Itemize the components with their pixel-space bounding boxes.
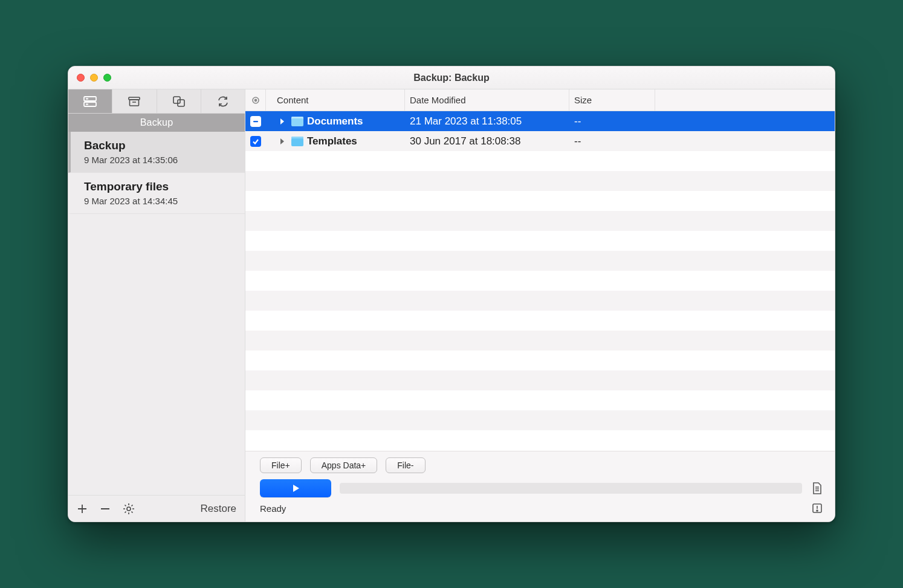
archive-icon (128, 96, 141, 107)
main-panel: Content Date Modified Size (245, 89, 835, 522)
column-check[interactable] (245, 89, 266, 111)
table-row[interactable]: Documents 21 Mar 2023 at 11:38:05 -- (245, 111, 835, 131)
table-header: Content Date Modified Size (245, 89, 835, 111)
table-row-empty (245, 171, 835, 191)
row-checkbox[interactable] (250, 116, 261, 127)
disclosure-icon[interactable] (279, 118, 288, 125)
sidebar-item-backup[interactable]: Backup 9 Mar 2023 at 14:35:06 (68, 132, 245, 173)
sidebar-list: Backup 9 Mar 2023 at 14:35:06 Temporary … (68, 132, 245, 495)
folder-icon (291, 137, 303, 146)
column-content[interactable]: Content (266, 89, 405, 111)
table-row-empty (245, 211, 835, 231)
table-row-empty (245, 410, 835, 430)
svg-point-12 (127, 507, 131, 511)
sidebar-footer: Restore (68, 495, 245, 522)
sync-icon (216, 95, 230, 108)
sidebar-tab-clone[interactable] (157, 89, 201, 113)
row-date: 21 Mar 2023 at 11:38:05 (405, 111, 569, 131)
backup-set-icon (83, 96, 97, 107)
add-button[interactable] (77, 503, 88, 514)
folder-icon (291, 117, 303, 126)
svg-point-21 (817, 510, 818, 511)
progress-bar (340, 483, 802, 494)
table-row-empty (245, 331, 835, 351)
svg-point-14 (254, 99, 256, 101)
action-buttons: File+ Apps Data+ File- (260, 457, 824, 473)
row-date: 30 Jun 2017 at 18:08:38 (405, 131, 569, 151)
table-row-empty (245, 311, 835, 331)
run-button[interactable] (260, 479, 331, 497)
column-extra (655, 89, 835, 111)
sidebar-tab-archive[interactable] (112, 89, 157, 113)
sidebar-tab-backup[interactable] (68, 89, 112, 113)
table-row[interactable]: Templates 30 Jun 2017 at 18:08:38 -- (245, 131, 835, 151)
row-checkbox[interactable] (250, 136, 261, 147)
table-row-empty (245, 151, 835, 171)
table-row-empty (245, 370, 835, 390)
file-add-button[interactable]: File+ (260, 457, 302, 473)
disclosure-icon[interactable] (279, 138, 288, 145)
restore-button[interactable]: Restore (200, 503, 236, 515)
sidebar-tabs (68, 89, 245, 114)
table-row-empty (245, 231, 835, 251)
sidebar-item-date: 9 Mar 2023 at 14:34:45 (84, 196, 234, 206)
column-size[interactable]: Size (569, 89, 655, 111)
log-button[interactable] (811, 481, 824, 496)
sidebar-item-date: 9 Mar 2023 at 14:35:06 (84, 155, 234, 165)
table-row-empty (245, 291, 835, 311)
clone-icon (172, 95, 186, 108)
settings-button[interactable] (123, 503, 135, 515)
sidebar: Backup Backup 9 Mar 2023 at 14:35:06 Tem… (68, 89, 245, 522)
row-size: -- (569, 131, 655, 151)
table-row-empty (245, 251, 835, 271)
file-remove-button[interactable]: File- (386, 457, 425, 473)
titlebar: Backup: Backup (68, 66, 835, 89)
sidebar-tab-sync[interactable] (201, 89, 245, 113)
sidebar-item-label: Temporary files (84, 180, 234, 193)
table-row-empty (245, 390, 835, 410)
bottom-panel: File+ Apps Data+ File- Re (245, 451, 835, 522)
table-row-empty (245, 271, 835, 291)
table-row-empty (245, 191, 835, 211)
column-date-modified[interactable]: Date Modified (405, 89, 569, 111)
svg-rect-5 (130, 100, 139, 106)
svg-rect-15 (253, 121, 258, 122)
row-size: -- (569, 111, 655, 131)
window-title: Backup: Backup (68, 73, 835, 83)
app-window: Backup: Backup (68, 66, 835, 522)
row-name: Templates (307, 135, 357, 147)
table-row-empty (245, 351, 835, 370)
row-name: Documents (307, 115, 363, 128)
status-text: Ready (260, 503, 286, 514)
sidebar-item-temporary-files[interactable]: Temporary files 9 Mar 2023 at 14:34:45 (68, 173, 245, 214)
alert-button[interactable] (811, 501, 824, 515)
sidebar-section-header: Backup (68, 114, 245, 132)
remove-button[interactable] (100, 503, 111, 514)
table-body: Documents 21 Mar 2023 at 11:38:05 -- (245, 111, 835, 451)
sidebar-item-label: Backup (84, 139, 234, 152)
apps-data-add-button[interactable]: Apps Data+ (310, 457, 378, 473)
